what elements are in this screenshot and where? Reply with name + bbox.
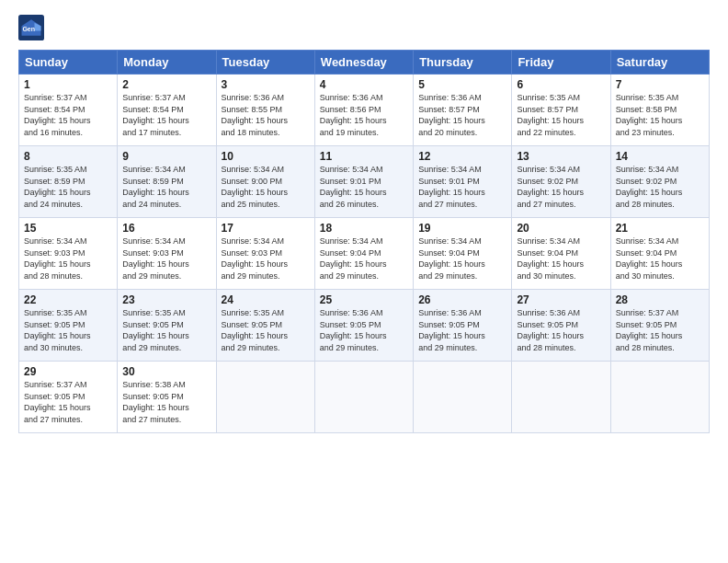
- day-number: 6: [517, 78, 605, 91]
- day-number: 18: [320, 222, 408, 235]
- page: Gen SundayMondayTuesdayWednesdayThursday…: [0, 0, 728, 563]
- day-cell: 29Sunrise: 5:37 AM Sunset: 9:05 PM Dayli…: [19, 362, 118, 433]
- day-number: 20: [517, 222, 605, 235]
- day-info: Sunrise: 5:37 AM Sunset: 8:54 PM Dayligh…: [122, 92, 210, 138]
- day-number: 27: [517, 293, 605, 306]
- day-info: Sunrise: 5:37 AM Sunset: 8:54 PM Dayligh…: [24, 92, 112, 138]
- day-number: 22: [24, 293, 112, 306]
- day-cell: 22Sunrise: 5:35 AM Sunset: 9:05 PM Dayli…: [19, 290, 118, 362]
- day-cell: 24Sunrise: 5:35 AM Sunset: 9:05 PM Dayli…: [216, 290, 314, 362]
- day-info: Sunrise: 5:34 AM Sunset: 9:03 PM Dayligh…: [222, 236, 310, 282]
- day-info: Sunrise: 5:35 AM Sunset: 8:59 PM Dayligh…: [24, 164, 112, 210]
- day-number: 11: [320, 150, 408, 163]
- day-info: Sunrise: 5:35 AM Sunset: 8:58 PM Dayligh…: [616, 92, 704, 138]
- day-cell: 5Sunrise: 5:36 AM Sunset: 8:57 PM Daylig…: [414, 75, 512, 146]
- day-number: 30: [122, 365, 210, 378]
- day-info: Sunrise: 5:37 AM Sunset: 9:05 PM Dayligh…: [616, 307, 704, 353]
- day-number: 7: [616, 78, 704, 91]
- day-cell: 12Sunrise: 5:34 AM Sunset: 9:01 PM Dayli…: [414, 146, 512, 218]
- day-info: Sunrise: 5:34 AM Sunset: 9:04 PM Dayligh…: [320, 236, 408, 282]
- day-cell: 27Sunrise: 5:36 AM Sunset: 9:05 PM Dayli…: [512, 290, 610, 362]
- day-number: 12: [418, 150, 506, 163]
- day-cell: 16Sunrise: 5:34 AM Sunset: 9:03 PM Dayli…: [118, 218, 216, 290]
- day-info: Sunrise: 5:36 AM Sunset: 8:57 PM Dayligh…: [418, 92, 506, 138]
- day-info: Sunrise: 5:35 AM Sunset: 9:05 PM Dayligh…: [122, 307, 210, 353]
- day-info: Sunrise: 5:35 AM Sunset: 8:57 PM Dayligh…: [517, 92, 605, 138]
- day-cell: 25Sunrise: 5:36 AM Sunset: 9:05 PM Dayli…: [314, 290, 413, 362]
- day-number: 15: [24, 222, 112, 235]
- day-number: 24: [222, 293, 310, 306]
- day-cell: 6Sunrise: 5:35 AM Sunset: 8:57 PM Daylig…: [512, 75, 610, 146]
- day-number: 13: [517, 150, 605, 163]
- header-cell-sunday: Sunday: [19, 51, 118, 75]
- day-info: Sunrise: 5:36 AM Sunset: 9:05 PM Dayligh…: [320, 307, 408, 353]
- day-info: Sunrise: 5:36 AM Sunset: 9:05 PM Dayligh…: [517, 307, 605, 353]
- day-cell: 1Sunrise: 5:37 AM Sunset: 8:54 PM Daylig…: [19, 75, 118, 146]
- day-cell: 26Sunrise: 5:36 AM Sunset: 9:05 PM Dayli…: [414, 290, 512, 362]
- day-cell: 4Sunrise: 5:36 AM Sunset: 8:56 PM Daylig…: [314, 75, 413, 146]
- day-cell: 11Sunrise: 5:34 AM Sunset: 9:01 PM Dayli…: [314, 146, 413, 218]
- day-cell: 15Sunrise: 5:34 AM Sunset: 9:03 PM Dayli…: [19, 218, 118, 290]
- day-cell: 18Sunrise: 5:34 AM Sunset: 9:04 PM Dayli…: [314, 218, 413, 290]
- day-info: Sunrise: 5:36 AM Sunset: 9:05 PM Dayligh…: [418, 307, 506, 353]
- day-number: 17: [222, 222, 310, 235]
- day-info: Sunrise: 5:38 AM Sunset: 9:05 PM Dayligh…: [122, 379, 210, 425]
- week-row-4: 22Sunrise: 5:35 AM Sunset: 9:05 PM Dayli…: [19, 290, 710, 362]
- day-cell: 3Sunrise: 5:36 AM Sunset: 8:55 PM Daylig…: [216, 75, 314, 146]
- day-cell: [610, 362, 709, 433]
- day-number: 16: [122, 222, 210, 235]
- day-number: 9: [122, 150, 210, 163]
- day-number: 3: [222, 78, 310, 91]
- day-info: Sunrise: 5:34 AM Sunset: 9:03 PM Dayligh…: [122, 236, 210, 282]
- logo: Gen: [18, 15, 48, 40]
- week-row-5: 29Sunrise: 5:37 AM Sunset: 9:05 PM Dayli…: [19, 362, 710, 433]
- day-cell: 14Sunrise: 5:34 AM Sunset: 9:02 PM Dayli…: [610, 146, 709, 218]
- day-cell: [216, 362, 314, 433]
- day-number: 8: [24, 150, 112, 163]
- week-row-3: 15Sunrise: 5:34 AM Sunset: 9:03 PM Dayli…: [19, 218, 710, 290]
- header-cell-friday: Friday: [512, 51, 610, 75]
- day-info: Sunrise: 5:34 AM Sunset: 9:03 PM Dayligh…: [24, 236, 112, 282]
- svg-text:Gen: Gen: [22, 26, 35, 32]
- week-row-1: 1Sunrise: 5:37 AM Sunset: 8:54 PM Daylig…: [19, 75, 710, 146]
- day-cell: 20Sunrise: 5:34 AM Sunset: 9:04 PM Dayli…: [512, 218, 610, 290]
- day-number: 10: [222, 150, 310, 163]
- day-info: Sunrise: 5:36 AM Sunset: 8:56 PM Dayligh…: [320, 92, 408, 138]
- day-number: 4: [320, 78, 408, 91]
- day-cell: 28Sunrise: 5:37 AM Sunset: 9:05 PM Dayli…: [610, 290, 709, 362]
- day-cell: 2Sunrise: 5:37 AM Sunset: 8:54 PM Daylig…: [118, 75, 216, 146]
- day-info: Sunrise: 5:35 AM Sunset: 9:05 PM Dayligh…: [222, 307, 310, 353]
- day-cell: 21Sunrise: 5:34 AM Sunset: 9:04 PM Dayli…: [610, 218, 709, 290]
- header-cell-wednesday: Wednesday: [314, 51, 413, 75]
- day-cell: 8Sunrise: 5:35 AM Sunset: 8:59 PM Daylig…: [19, 146, 118, 218]
- header-cell-tuesday: Tuesday: [216, 51, 314, 75]
- day-info: Sunrise: 5:34 AM Sunset: 9:01 PM Dayligh…: [320, 164, 408, 210]
- day-number: 14: [616, 150, 704, 163]
- day-number: 5: [418, 78, 506, 91]
- day-info: Sunrise: 5:34 AM Sunset: 9:02 PM Dayligh…: [517, 164, 605, 210]
- header-cell-thursday: Thursday: [414, 51, 512, 75]
- day-cell: [414, 362, 512, 433]
- day-number: 1: [24, 78, 112, 91]
- header: Gen: [18, 15, 710, 40]
- day-number: 26: [418, 293, 506, 306]
- day-number: 25: [320, 293, 408, 306]
- day-cell: 30Sunrise: 5:38 AM Sunset: 9:05 PM Dayli…: [118, 362, 216, 433]
- calendar-table: SundayMondayTuesdayWednesdayThursdayFrid…: [18, 50, 710, 433]
- day-info: Sunrise: 5:36 AM Sunset: 8:55 PM Dayligh…: [222, 92, 310, 138]
- day-info: Sunrise: 5:34 AM Sunset: 9:01 PM Dayligh…: [418, 164, 506, 210]
- day-number: 29: [24, 365, 112, 378]
- day-info: Sunrise: 5:34 AM Sunset: 8:59 PM Dayligh…: [122, 164, 210, 210]
- day-info: Sunrise: 5:35 AM Sunset: 9:05 PM Dayligh…: [24, 307, 112, 353]
- header-cell-saturday: Saturday: [610, 51, 709, 75]
- header-row: SundayMondayTuesdayWednesdayThursdayFrid…: [19, 51, 710, 75]
- day-info: Sunrise: 5:34 AM Sunset: 9:04 PM Dayligh…: [418, 236, 506, 282]
- day-cell: 23Sunrise: 5:35 AM Sunset: 9:05 PM Dayli…: [118, 290, 216, 362]
- day-cell: 13Sunrise: 5:34 AM Sunset: 9:02 PM Dayli…: [512, 146, 610, 218]
- day-cell: 9Sunrise: 5:34 AM Sunset: 8:59 PM Daylig…: [118, 146, 216, 218]
- day-info: Sunrise: 5:37 AM Sunset: 9:05 PM Dayligh…: [24, 379, 112, 425]
- day-info: Sunrise: 5:34 AM Sunset: 9:00 PM Dayligh…: [222, 164, 310, 210]
- day-info: Sunrise: 5:34 AM Sunset: 9:02 PM Dayligh…: [616, 164, 704, 210]
- day-cell: 19Sunrise: 5:34 AM Sunset: 9:04 PM Dayli…: [414, 218, 512, 290]
- day-cell: 7Sunrise: 5:35 AM Sunset: 8:58 PM Daylig…: [610, 75, 709, 146]
